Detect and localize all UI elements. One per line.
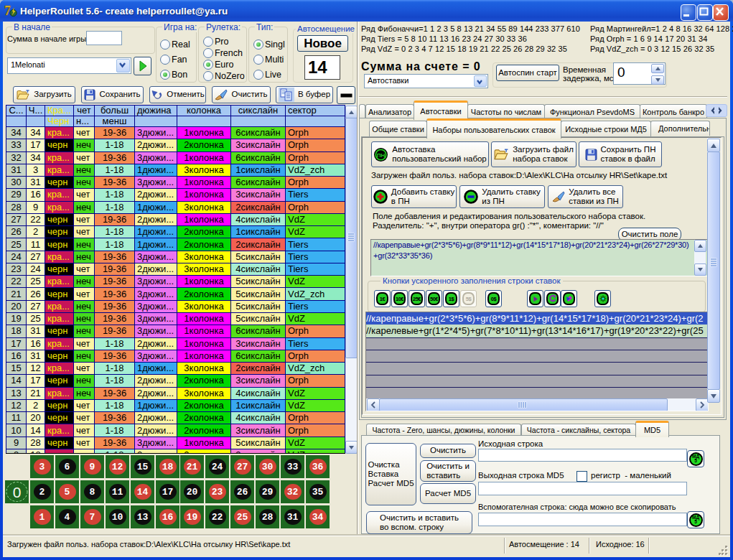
svg-text:ПН: ПН [377,152,386,159]
svg-text:7: 7 [4,4,11,18]
svg-text:0: 0 [13,484,22,500]
